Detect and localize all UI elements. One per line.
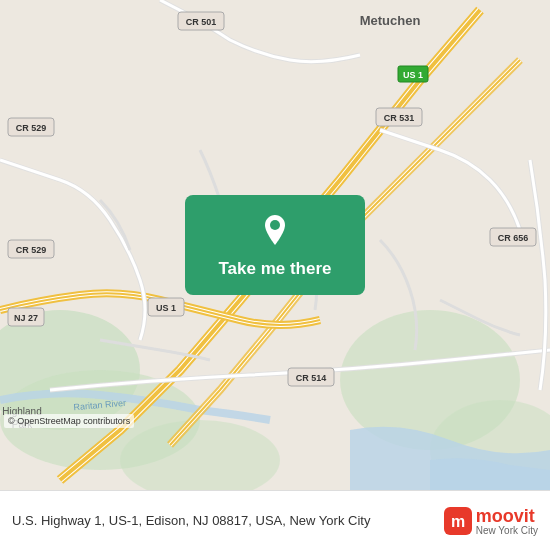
moovit-icon: m: [444, 507, 472, 535]
svg-text:CR 501: CR 501: [186, 17, 217, 27]
svg-text:CR 529: CR 529: [16, 123, 47, 133]
svg-text:CR 529: CR 529: [16, 245, 47, 255]
svg-text:m: m: [451, 513, 465, 530]
address-text: U.S. Highway 1, US-1, Edison, NJ 08817, …: [12, 513, 444, 528]
moovit-logo: m moovit New York City: [444, 506, 538, 536]
take-me-there-button[interactable]: Take me there: [185, 195, 365, 295]
svg-text:CR 656: CR 656: [498, 233, 529, 243]
bottom-bar: U.S. Highway 1, US-1, Edison, NJ 08817, …: [0, 490, 550, 550]
svg-text:NJ 27: NJ 27: [14, 313, 38, 323]
svg-point-28: [270, 220, 280, 230]
location-pin-icon: [257, 213, 293, 249]
svg-text:US 1: US 1: [403, 70, 423, 80]
take-me-there-label: Take me there: [218, 259, 331, 279]
svg-text:US 1: US 1: [156, 303, 176, 313]
moovit-name: moovit: [476, 506, 538, 527]
svg-text:Metuchen: Metuchen: [360, 13, 421, 28]
svg-text:CR 514: CR 514: [296, 373, 327, 383]
svg-text:CR 531: CR 531: [384, 113, 415, 123]
map-container: CR 501 CR 529 CR 529 US 1 NJ 27 CR 514 C…: [0, 0, 550, 490]
osm-attribution: © OpenStreetMap contributors: [4, 414, 134, 428]
moovit-city: New York City: [476, 525, 538, 536]
